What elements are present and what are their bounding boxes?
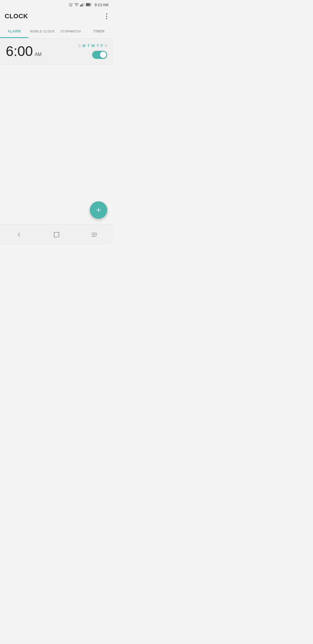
add-icon: + [96,206,101,214]
day-tuesday: T [87,44,90,48]
day-thursday: T [97,44,99,48]
tab-bar: ALARM WORLD CLOCK STOPWATCH TIMER [0,24,113,38]
alarm-list: 6:00 AM S M T W T F S [0,38,113,64]
alarm-item[interactable]: 6:00 AM S M T W T F S [0,38,113,64]
alarm-toggle[interactable] [92,51,107,59]
day-monday: M [82,44,85,48]
back-icon [16,231,22,238]
alarm-ampm: AM [34,52,41,57]
alarm-days: S M T W T F S [78,44,107,48]
day-friday: F [101,44,103,48]
menu-icon [91,231,97,238]
more-options-button[interactable] [105,12,108,20]
svg-rect-3 [81,4,81,6]
alarm-status-icon [68,2,73,7]
svg-rect-2 [80,5,81,7]
tab-alarm[interactable]: ALARM [0,24,28,38]
svg-point-1 [77,6,77,6]
alarm-time: 6:00 [6,44,33,58]
toggle-knob [100,52,106,58]
tab-stopwatch[interactable]: STOPWATCH [57,24,85,38]
alarm-right: S M T W T F S [78,44,107,59]
day-wednesday: W [91,44,95,48]
wifi-icon [74,2,79,7]
status-bar: 9:13 AM [0,0,113,8]
bottom-nav [0,224,113,245]
svg-rect-5 [83,3,83,6]
add-alarm-button[interactable]: + [90,201,107,219]
svg-rect-9 [54,232,59,237]
svg-rect-4 [82,4,83,7]
app-bar: CLOCK [0,8,113,24]
day-sunday: S [78,44,81,48]
app-title: CLOCK [5,12,28,20]
recents-icon [53,231,60,238]
tab-world-clock[interactable]: WORLD CLOCK [28,24,57,38]
day-saturday: S [105,44,107,48]
svg-rect-6 [84,3,84,7]
status-icons: 9:13 AM [68,2,108,7]
alarm-time-section: 6:00 AM [6,44,41,58]
battery-icon [86,3,92,7]
recents-button[interactable] [48,229,65,241]
status-time: 9:13 AM [94,3,108,7]
tab-timer[interactable]: TIMER [85,24,113,38]
menu-button[interactable] [85,229,103,241]
signal-icon [80,3,85,7]
back-button[interactable] [10,229,28,241]
svg-rect-8 [86,3,90,6]
